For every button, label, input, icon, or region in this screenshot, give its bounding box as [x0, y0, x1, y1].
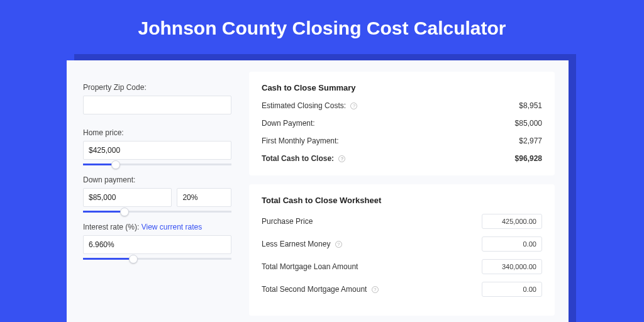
worksheet-row: Less Earnest Money ? 0.00 [262, 236, 542, 252]
inputs-column: Property Zip Code: Home price: Down paym… [67, 60, 243, 322]
interest-label-row: Interest rate (%): View current rates [83, 223, 231, 231]
calculator-card: Property Zip Code: Home price: Down paym… [67, 60, 569, 322]
worksheet-label: Total Second Mortgage Amount [262, 285, 367, 294]
view-rates-link[interactable]: View current rates [142, 223, 203, 231]
down-payment-slider-thumb[interactable] [120, 208, 129, 216]
home-price-slider-thumb[interactable] [111, 160, 120, 169]
worksheet-title: Total Cash to Close Worksheet [262, 196, 542, 205]
summary-label: Estimated Closing Costs: [262, 101, 346, 110]
info-icon[interactable]: ? [372, 286, 379, 293]
summary-row: Estimated Closing Costs: ? $8,951 [262, 101, 542, 110]
worksheet-value[interactable]: 425,000.00 [482, 214, 542, 229]
worksheet-row: Total Mortgage Loan Amount 340,000.00 [262, 259, 542, 274]
down-payment-pct-input[interactable] [177, 188, 231, 207]
summary-panel: Cash to Close Summary Estimated Closing … [249, 72, 555, 175]
info-icon[interactable]: ? [350, 103, 357, 109]
worksheet-label: Purchase Price [262, 217, 313, 226]
info-icon[interactable]: ? [338, 155, 345, 162]
worksheet-panel: Total Cash to Close Worksheet Purchase P… [249, 184, 555, 316]
worksheet-row: Purchase Price 425,000.00 [262, 214, 542, 229]
interest-label: Interest rate (%): [83, 223, 139, 231]
interest-input[interactable] [83, 235, 231, 254]
summary-value: $8,951 [519, 101, 542, 110]
worksheet-value[interactable]: 0.00 [482, 282, 542, 297]
interest-slider-fill [83, 258, 133, 260]
results-column: Cash to Close Summary Estimated Closing … [243, 60, 569, 322]
zip-input[interactable] [83, 96, 231, 114]
home-price-input[interactable] [83, 141, 231, 160]
home-price-label: Home price: [83, 128, 231, 137]
summary-value: $85,000 [515, 119, 542, 128]
summary-title: Cash to Close Summary [262, 83, 542, 92]
info-icon[interactable]: ? [335, 241, 342, 248]
summary-label: Down Payment: [262, 119, 315, 128]
worksheet-value[interactable]: 0.00 [482, 236, 542, 252]
interest-slider-thumb[interactable] [129, 255, 138, 264]
page-title: Johnson County Closing Cost Calculator [0, 0, 644, 39]
summary-total-value: $96,928 [515, 154, 542, 163]
summary-row: Down Payment: $85,000 [262, 119, 542, 128]
down-payment-label: Down payment: [83, 175, 231, 184]
summary-value: $2,977 [519, 136, 542, 145]
down-payment-input[interactable] [83, 188, 172, 207]
worksheet-label: Less Earnest Money [262, 240, 330, 248]
home-price-slider[interactable] [83, 164, 231, 165]
worksheet-value[interactable]: 340,000.00 [482, 259, 542, 274]
worksheet-label: Total Mortgage Loan Amount [262, 262, 358, 271]
summary-total-label: Total Cash to Close: [262, 154, 334, 163]
summary-label: First Monthly Payment: [262, 136, 339, 145]
summary-total-row: Total Cash to Close: ? $96,928 [262, 154, 542, 163]
down-payment-slider[interactable] [83, 211, 231, 213]
worksheet-row: Total Second Mortgage Amount ? 0.00 [262, 282, 542, 297]
summary-row: First Monthly Payment: $2,977 [262, 136, 542, 145]
zip-label: Property Zip Code: [83, 83, 231, 92]
interest-slider[interactable] [83, 258, 231, 260]
down-payment-slider-fill [83, 211, 125, 213]
